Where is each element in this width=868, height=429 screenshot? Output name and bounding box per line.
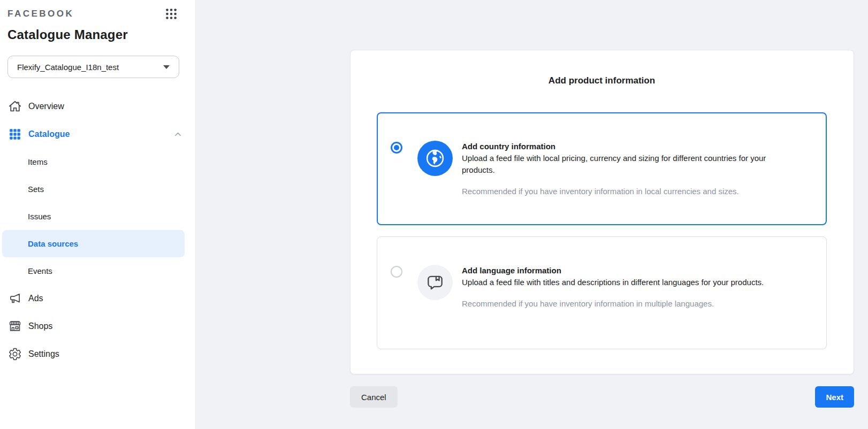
apps-grid-icon[interactable]	[164, 7, 178, 21]
sidebar: FACEBOOK Catalogue Manager Flexify_Catal…	[0, 0, 196, 429]
option-description: Upload a feed file with titles and descr…	[462, 277, 764, 288]
chevron-up-icon	[173, 130, 182, 139]
sidebar-item-items[interactable]: Items	[2, 148, 185, 175]
sidebar-subitem-label: Sets	[28, 185, 44, 194]
sidebar-subitem-label: Issues	[28, 212, 51, 221]
sidebar-header: FACEBOOK Catalogue Manager	[0, 0, 195, 42]
catalogue-selector-value: Flexify_Catalogue_I18n_test	[17, 63, 119, 72]
app-root: FACEBOOK Catalogue Manager Flexify_Catal…	[0, 0, 868, 429]
grid-icon	[8, 127, 22, 141]
option-recommendation: Recommended if you have inventory inform…	[462, 298, 764, 310]
sidebar-item-events[interactable]: Events	[2, 257, 185, 285]
sidebar-item-label: Shops	[28, 321, 52, 331]
sidebar-subitem-label: Events	[28, 266, 52, 275]
facebook-logo: FACEBOOK	[7, 9, 74, 19]
sidebar-item-overview[interactable]: Overview	[0, 93, 195, 120]
caret-down-icon	[163, 65, 170, 69]
footer-actions: Cancel Next	[350, 386, 854, 408]
sidebar-item-label: Ads	[28, 294, 43, 303]
sidebar-nav: Overview Catalogue Ite	[0, 93, 195, 368]
megaphone-icon	[8, 292, 22, 305]
sidebar-subitem-label: Items	[28, 157, 48, 166]
option-description: Upload a feed file with local pricing, c…	[462, 152, 786, 176]
sidebar-item-settings[interactable]: Settings	[0, 340, 195, 368]
main-content: Add product information Add country info	[196, 0, 868, 429]
sidebar-subitem-label: Data sources	[28, 239, 78, 248]
option-text: Add language information Upload a feed f…	[462, 265, 764, 310]
add-product-info-panel: Add product information Add country info	[350, 50, 854, 374]
option-list: Add country information Upload a feed fi…	[377, 112, 827, 349]
sidebar-item-label: Overview	[28, 102, 64, 111]
sidebar-item-sets[interactable]: Sets	[2, 175, 185, 203]
sidebar-item-label: Settings	[28, 349, 59, 359]
option-title: Add language information	[462, 265, 764, 277]
option-card-country[interactable]: Add country information Upload a feed fi…	[377, 112, 827, 225]
gear-icon	[8, 347, 22, 361]
country-radio[interactable]	[391, 142, 402, 154]
cancel-button[interactable]: Cancel	[350, 386, 398, 408]
sidebar-item-catalogue[interactable]: Catalogue	[0, 120, 195, 148]
option-text: Add country information Upload a feed fi…	[462, 141, 786, 197]
option-recommendation: Recommended if you have inventory inform…	[462, 186, 786, 197]
app-title: Catalogue Manager	[7, 27, 178, 42]
next-button[interactable]: Next	[815, 386, 854, 408]
globe-icon	[417, 141, 453, 176]
sidebar-item-label: Catalogue	[28, 129, 70, 139]
sidebar-item-data-sources[interactable]: Data sources	[2, 230, 185, 257]
storefront-icon	[8, 319, 22, 333]
speech-bubble-bookmark-icon	[417, 265, 453, 300]
sidebar-item-issues[interactable]: Issues	[2, 203, 185, 230]
option-card-language[interactable]: Add language information Upload a feed f…	[377, 236, 827, 349]
sidebar-item-ads[interactable]: Ads	[0, 285, 195, 312]
home-icon	[8, 99, 22, 113]
language-radio[interactable]	[391, 266, 402, 278]
catalogue-selector[interactable]: Flexify_Catalogue_I18n_test	[7, 56, 179, 78]
sidebar-item-shops[interactable]: Shops	[0, 312, 195, 340]
page-title: Add product information	[377, 75, 827, 86]
option-title: Add country information	[462, 141, 786, 152]
